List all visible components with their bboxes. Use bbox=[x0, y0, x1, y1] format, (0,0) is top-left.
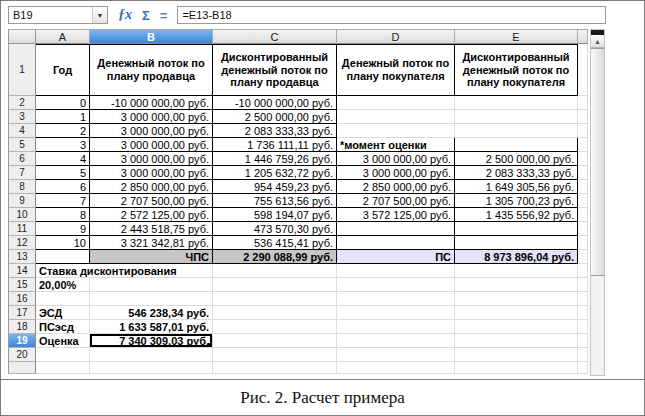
row-header-12[interactable]: 12 bbox=[8, 236, 36, 250]
cell-Bx[interactable] bbox=[90, 362, 213, 374]
cell-C17[interactable] bbox=[213, 306, 337, 320]
cell-partial-10[interactable] bbox=[578, 208, 588, 222]
cell-C3[interactable]: 2 500 000,00 руб. bbox=[213, 110, 337, 124]
cell-E12[interactable] bbox=[455, 236, 578, 250]
cell-partial-16[interactable] bbox=[578, 292, 588, 306]
cell-B11[interactable]: 2 443 518,75 руб. bbox=[90, 222, 213, 236]
cell-E18[interactable] bbox=[455, 320, 578, 334]
cell-D3[interactable] bbox=[337, 110, 455, 124]
name-box-value[interactable]: B19 bbox=[9, 9, 92, 21]
cell-B13[interactable]: ЧПС bbox=[90, 250, 213, 264]
cell-B20[interactable] bbox=[90, 348, 213, 362]
cell-C7[interactable]: 1 205 632,72 руб. bbox=[213, 166, 337, 180]
row-header-partial[interactable] bbox=[8, 362, 36, 374]
cell-C6[interactable]: 1 446 759,26 руб. bbox=[213, 152, 337, 166]
cell-D9[interactable]: 2 707 500,00 руб. bbox=[337, 194, 455, 208]
cell-partial-x[interactable] bbox=[578, 362, 588, 374]
cell-partial-19[interactable] bbox=[578, 334, 588, 348]
cell-D16[interactable] bbox=[337, 292, 455, 306]
cell-E17[interactable] bbox=[455, 306, 578, 320]
cell-partial-17[interactable] bbox=[578, 306, 588, 320]
cell-E10[interactable]: 1 435 556,92 руб. bbox=[455, 208, 578, 222]
cell-E4[interactable] bbox=[455, 124, 578, 138]
cell-D20[interactable] bbox=[337, 348, 455, 362]
row-header-11[interactable]: 11 bbox=[8, 222, 36, 236]
cell-partial-1[interactable] bbox=[578, 44, 588, 96]
cell-A3[interactable]: 1 bbox=[36, 110, 90, 124]
cell-A14[interactable]: Ставка дисконтирования bbox=[36, 264, 213, 278]
cell-A4[interactable]: 2 bbox=[36, 124, 90, 138]
cell-E3[interactable] bbox=[455, 110, 578, 124]
cell-A13[interactable] bbox=[36, 250, 90, 264]
row-header-20[interactable]: 20 bbox=[8, 348, 36, 362]
cell-E7[interactable]: 2 083 333,33 руб. bbox=[455, 166, 578, 180]
cell-D11[interactable] bbox=[337, 222, 455, 236]
cell-C9[interactable]: 755 613,56 руб. bbox=[213, 194, 337, 208]
column-header-A[interactable]: A bbox=[36, 29, 90, 44]
cell-C11[interactable]: 473 570,30 руб. bbox=[213, 222, 337, 236]
row-header-19[interactable]: 19 bbox=[8, 334, 36, 348]
cell-A7[interactable]: 5 bbox=[36, 166, 90, 180]
scroll-up-icon[interactable]: ▲ bbox=[591, 35, 604, 48]
cell-A1[interactable]: Год bbox=[36, 44, 90, 96]
cell-B6[interactable]: 3 000 000,00 руб. bbox=[90, 152, 213, 166]
cell-C18[interactable] bbox=[213, 320, 337, 334]
cell-C16[interactable] bbox=[213, 292, 337, 306]
cell-B12[interactable]: 3 321 342,81 руб. bbox=[90, 236, 213, 250]
column-header-partial[interactable] bbox=[578, 29, 588, 44]
row-header-6[interactable]: 6 bbox=[8, 152, 36, 166]
name-box[interactable]: B19 ▼ bbox=[8, 6, 108, 24]
cell-A12[interactable]: 10 bbox=[36, 236, 90, 250]
cell-E2[interactable] bbox=[455, 96, 578, 110]
row-header-16[interactable]: 16 bbox=[8, 292, 36, 306]
cell-D8[interactable]: 2 850 000,00 руб. bbox=[337, 180, 455, 194]
cell-B5[interactable]: 3 000 000,00 руб. bbox=[90, 138, 213, 152]
cell-partial-15[interactable] bbox=[578, 278, 588, 292]
cell-D7[interactable]: 3 000 000,00 руб. bbox=[337, 166, 455, 180]
cell-D12[interactable] bbox=[337, 236, 455, 250]
cell-E15[interactable] bbox=[455, 278, 578, 292]
row-header-2[interactable]: 2 bbox=[8, 96, 36, 110]
cell-partial-18[interactable] bbox=[578, 320, 588, 334]
row-header-8[interactable]: 8 bbox=[8, 180, 36, 194]
cell-partial-7[interactable] bbox=[578, 166, 588, 180]
cell-B7[interactable]: 3 000 000,00 руб. bbox=[90, 166, 213, 180]
row-header-14[interactable]: 14 bbox=[8, 264, 36, 278]
row-header-9[interactable]: 9 bbox=[8, 194, 36, 208]
cell-E16[interactable] bbox=[455, 292, 578, 306]
row-header-10[interactable]: 10 bbox=[8, 208, 36, 222]
cell-E5[interactable] bbox=[455, 138, 578, 152]
cell-D13[interactable]: ПС bbox=[337, 250, 455, 264]
cell-partial-20[interactable] bbox=[578, 348, 588, 362]
cell-B19[interactable]: 7 340 309,03 руб. bbox=[90, 334, 213, 348]
cell-A17[interactable]: ЭСД bbox=[36, 306, 90, 320]
cell-B4[interactable]: 3 000 000,00 руб. bbox=[90, 124, 213, 138]
cell-C12[interactable]: 536 415,41 руб. bbox=[213, 236, 337, 250]
cell-A18[interactable]: ПСэсд bbox=[36, 320, 90, 334]
cell-A2[interactable]: 0 bbox=[36, 96, 90, 110]
cell-A8[interactable]: 6 bbox=[36, 180, 90, 194]
cell-partial-13[interactable] bbox=[578, 250, 588, 264]
cell-D10[interactable]: 3 572 125,00 руб. bbox=[337, 208, 455, 222]
cell-A15[interactable]: 20,00% bbox=[36, 278, 90, 292]
cell-D1[interactable]: Денежный поток по плану покупателя bbox=[337, 44, 455, 96]
cell-E8[interactable]: 1 649 305,56 руб. bbox=[455, 180, 578, 194]
cell-C2[interactable]: -10 000 000,00 руб. bbox=[213, 96, 337, 110]
cell-D14[interactable] bbox=[337, 264, 455, 278]
cell-B2[interactable]: -10 000 000,00 руб. bbox=[90, 96, 213, 110]
row-header-13[interactable]: 13 bbox=[8, 250, 36, 264]
cell-B8[interactable]: 2 850 000,00 руб. bbox=[90, 180, 213, 194]
row-header-1[interactable]: 1 bbox=[8, 44, 36, 96]
cell-D18[interactable] bbox=[337, 320, 455, 334]
cell-D17[interactable] bbox=[337, 306, 455, 320]
cell-E19[interactable] bbox=[455, 334, 578, 348]
cell-partial-11[interactable] bbox=[578, 222, 588, 236]
cell-B17[interactable]: 546 238,34 руб. bbox=[90, 306, 213, 320]
cell-C10[interactable]: 598 194,07 руб. bbox=[213, 208, 337, 222]
cell-A5[interactable]: 3 bbox=[36, 138, 90, 152]
cell-Cx[interactable] bbox=[213, 362, 337, 374]
column-header-E[interactable]: E bbox=[455, 29, 578, 44]
cell-A11[interactable]: 9 bbox=[36, 222, 90, 236]
equals-icon[interactable]: = bbox=[160, 8, 168, 23]
cell-E14[interactable] bbox=[455, 264, 578, 278]
